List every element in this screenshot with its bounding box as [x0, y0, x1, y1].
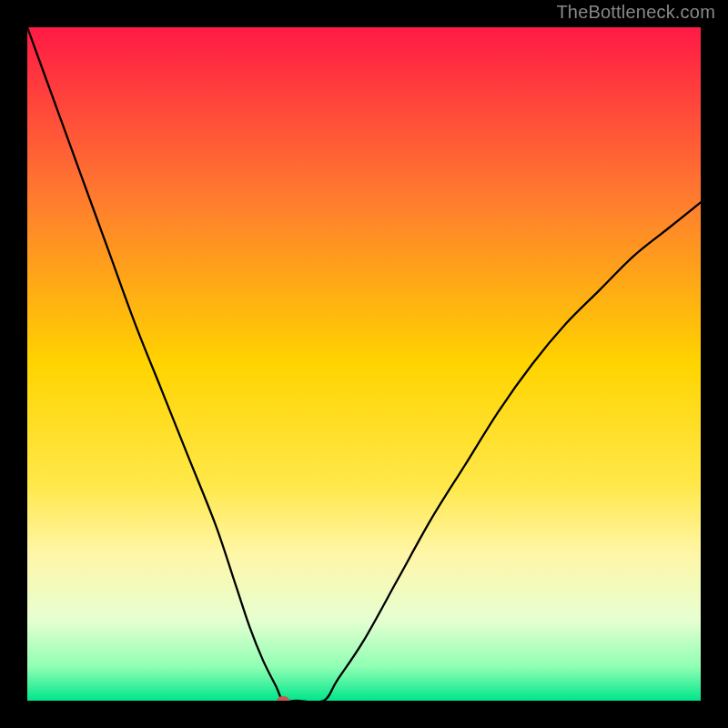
chart-svg — [27, 27, 701, 701]
watermark-text: TheBottleneck.com — [556, 2, 715, 23]
plot-area — [27, 27, 701, 701]
gradient-background — [27, 27, 701, 701]
chart-frame: TheBottleneck.com — [0, 0, 728, 728]
